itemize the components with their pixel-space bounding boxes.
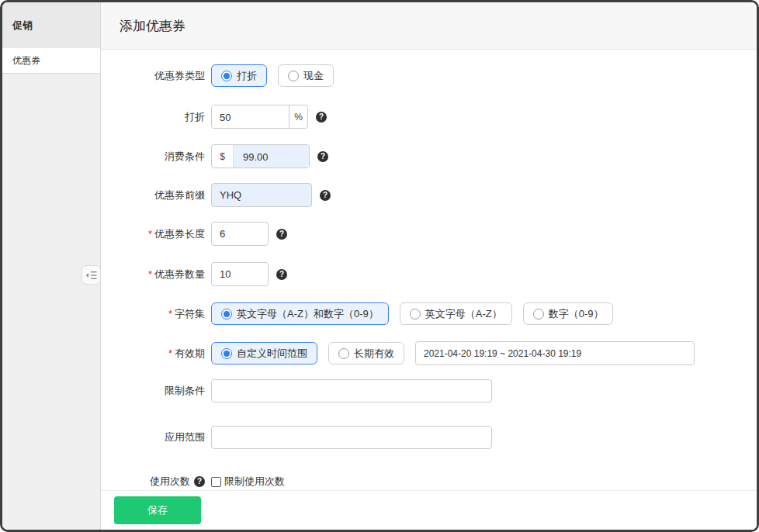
validity-label: *有效期 — [101, 347, 205, 361]
option-label: 打折 — [237, 69, 257, 83]
required-asterisk: * — [148, 268, 152, 280]
required-asterisk: * — [148, 228, 152, 240]
page-title: 添加优惠券 — [120, 17, 185, 35]
charset-option-digits[interactable]: 数字（0-9） — [523, 302, 614, 325]
limit-usage-checkbox-wrap[interactable]: 限制使用次数 — [211, 475, 285, 489]
sidebar: 促销 优惠券 — [2, 2, 101, 530]
coupon-prefix-label: 优惠券前缀 — [101, 188, 205, 202]
required-asterisk: * — [168, 308, 172, 320]
scope-label: 应用范围 — [101, 430, 205, 444]
spend-condition-input[interactable] — [234, 145, 309, 168]
discount-input-group: % — [211, 105, 308, 129]
collapse-icon — [86, 271, 97, 280]
percent-suffix: % — [289, 105, 307, 128]
validity-option-custom-range[interactable]: 自定义时间范围 — [211, 342, 317, 364]
scope-input[interactable] — [211, 426, 492, 449]
option-label: 英文字母（A-Z） — [425, 307, 502, 321]
radio-unselected-icon — [288, 71, 299, 81]
main-panel: 添加优惠券 优惠券类型 打折 现金 打折 % — [101, 2, 757, 530]
help-icon[interactable]: ? — [276, 229, 287, 240]
save-button[interactable]: 保存 — [114, 496, 201, 524]
help-icon[interactable]: ? — [317, 151, 328, 162]
radio-selected-icon — [221, 71, 232, 81]
coupon-type-label: 优惠券类型 — [101, 69, 205, 83]
usage-label: 使用次数 ? — [101, 475, 205, 489]
radio-unselected-icon — [410, 309, 421, 320]
help-icon[interactable]: ? — [194, 476, 205, 487]
option-label: 现金 — [303, 69, 324, 83]
charset-option-letters[interactable]: 英文字母（A-Z） — [400, 302, 512, 325]
help-icon[interactable]: ? — [320, 190, 331, 201]
spend-condition-label: 消费条件 — [101, 150, 205, 164]
coupon-type-option-cash[interactable]: 现金 — [278, 64, 334, 87]
charset-option-letters-digits[interactable]: 英文字母（A-Z）和数字（0-9） — [211, 302, 389, 325]
collapse-sidebar-button[interactable] — [81, 265, 101, 285]
validity-option-permanent[interactable]: 长期有效 — [328, 342, 404, 364]
coupon-quantity-input[interactable] — [211, 262, 269, 286]
option-label: 英文字母（A-Z）和数字（0-9） — [237, 307, 379, 321]
option-label: 长期有效 — [354, 347, 394, 361]
discount-input[interactable] — [212, 105, 289, 129]
help-icon[interactable]: ? — [276, 269, 287, 280]
coupon-type-option-discount[interactable]: 打折 — [211, 64, 267, 87]
restriction-label: 限制条件 — [101, 384, 205, 398]
help-icon[interactable]: ? — [316, 112, 327, 123]
option-label: 自定义时间范围 — [237, 347, 307, 361]
checkbox-label: 限制使用次数 — [224, 475, 285, 489]
coupon-prefix-input[interactable] — [211, 183, 312, 207]
coupon-length-label: *优惠券长度 — [101, 227, 205, 241]
radio-unselected-icon — [338, 348, 349, 359]
radio-selected-icon — [221, 348, 232, 359]
option-label: 数字（0-9） — [549, 307, 604, 321]
checkbox-unchecked-icon[interactable] — [211, 477, 221, 487]
date-range-input[interactable] — [415, 341, 695, 365]
restriction-input[interactable] — [211, 379, 492, 402]
coupon-form: 优惠券类型 打折 现金 打折 % ? — [101, 50, 757, 530]
dollar-prefix: $ — [212, 145, 234, 168]
spend-condition-group: $ — [211, 144, 310, 168]
app-window: 促销 优惠券 添加优惠券 优惠券类型 打折 — [0, 0, 759, 532]
radio-selected-icon — [221, 309, 232, 320]
main-header: 添加优惠券 — [101, 2, 757, 50]
radio-unselected-icon — [533, 309, 544, 320]
charset-label: *字符集 — [101, 307, 205, 321]
sidebar-item-coupon[interactable]: 优惠券 — [2, 48, 100, 74]
coupon-quantity-label: *优惠券数量 — [101, 268, 205, 282]
required-asterisk: * — [168, 347, 172, 359]
discount-label: 打折 — [101, 110, 205, 124]
sidebar-header: 促销 — [2, 2, 100, 48]
coupon-length-input[interactable] — [211, 222, 269, 246]
form-footer: 保存 — [101, 490, 757, 530]
